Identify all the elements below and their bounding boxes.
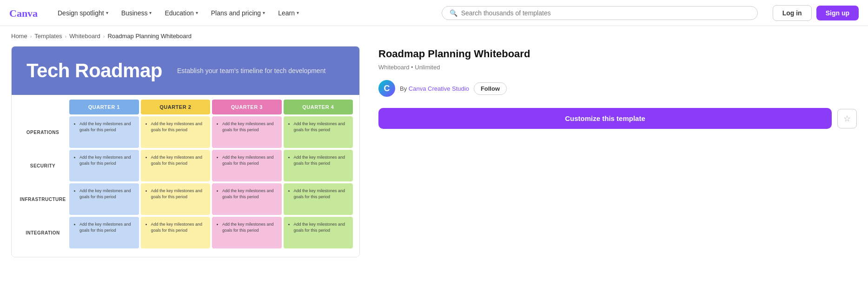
- follow-button[interactable]: Follow: [474, 82, 507, 95]
- cell-int-q1: Add the key milestones and goals for thi…: [69, 217, 139, 248]
- chevron-down-icon: ▾: [149, 10, 152, 15]
- sidebar-meta: Whiteboard • Unlimited: [378, 64, 857, 71]
- col-header-q1: QUARTER 1: [69, 100, 139, 114]
- search-bar: 🔍: [442, 6, 758, 20]
- star-icon: ☆: [843, 114, 851, 124]
- cell-ops-q2: Add the key milestones and goals for thi…: [141, 116, 211, 148]
- cell-inf-q4: Add the key milestones and goals for thi…: [284, 183, 353, 215]
- cell-int-q4: Add the key milestones and goals for thi…: [284, 217, 353, 248]
- cell-ops-q3: Add the key milestones and goals for thi…: [212, 116, 282, 148]
- breadcrumb-home[interactable]: Home: [11, 33, 27, 40]
- breadcrumb-sep-3: ›: [103, 33, 105, 39]
- cell-inf-q3: Add the key milestones and goals for thi…: [212, 183, 282, 215]
- search-input[interactable]: [461, 9, 750, 17]
- col-header-q3: QUARTER 3: [212, 100, 282, 114]
- canva-logo[interactable]: Canva: [9, 7, 41, 20]
- breadcrumb: Home › Templates › Whiteboard › Roadmap …: [0, 26, 868, 46]
- sidebar-author: C By Canva Creative Studio Follow: [378, 80, 857, 97]
- nav-education[interactable]: Education ▾: [159, 6, 203, 20]
- cell-inf-q1: Add the key milestones and goals for thi…: [69, 183, 139, 215]
- main-content: Tech Roadmap Establish your team's timel…: [0, 46, 868, 271]
- row-label-infrastructure: INFRASTRUCTURE: [17, 182, 68, 216]
- customize-row: Customize this template ☆: [378, 108, 857, 129]
- col-header-empty: [18, 100, 67, 114]
- customize-button[interactable]: Customize this template: [378, 108, 832, 129]
- chevron-down-icon: ▾: [196, 10, 198, 15]
- row-label-operations: OPERATIONS: [17, 115, 68, 149]
- sidebar-title: Roadmap Planning Whiteboard: [378, 48, 857, 60]
- nav-learn[interactable]: Learn ▾: [272, 6, 305, 20]
- cell-int-q3: Add the key milestones and goals for thi…: [212, 217, 282, 248]
- row-label-integration: INTEGRATION: [17, 216, 68, 249]
- cell-ops-q4: Add the key milestones and goals for thi…: [284, 116, 353, 148]
- cell-sec-q4: Add the key milestones and goals for thi…: [284, 150, 353, 181]
- col-header-q4: QUARTER 4: [284, 100, 353, 114]
- cell-sec-q3: Add the key milestones and goals for thi…: [212, 150, 282, 181]
- nav-links: Design spotlight ▾ Business ▾ Education …: [52, 6, 431, 20]
- nav-design-spotlight[interactable]: Design spotlight ▾: [52, 6, 114, 20]
- cell-sec-q1: Add the key milestones and goals for thi…: [69, 150, 139, 181]
- search-icon: 🔍: [450, 9, 457, 17]
- navbar: Canva Design spotlight ▾ Business ▾ Educ…: [0, 0, 868, 26]
- template-sidebar: Roadmap Planning Whiteboard Whiteboard •…: [378, 46, 857, 129]
- avatar: C: [378, 80, 395, 97]
- author-name: By Canva Creative Studio: [400, 85, 469, 92]
- star-button[interactable]: ☆: [837, 109, 857, 128]
- chevron-down-icon: ▾: [297, 10, 299, 15]
- svg-text:Canva: Canva: [9, 7, 38, 19]
- breadcrumb-templates[interactable]: Templates: [34, 33, 62, 40]
- template-preview: Tech Roadmap Establish your team's timel…: [11, 46, 360, 257]
- breadcrumb-whiteboard[interactable]: Whiteboard: [69, 33, 100, 40]
- cell-int-q2: Add the key milestones and goals for thi…: [141, 217, 211, 248]
- roadmap-table: QUARTER 1 QUARTER 2 QUARTER 3 QUARTER 4 …: [12, 95, 359, 257]
- col-header-q2: QUARTER 2: [141, 100, 211, 114]
- chevron-down-icon: ▾: [263, 10, 265, 15]
- cell-ops-q1: Add the key milestones and goals for thi…: [69, 116, 139, 148]
- preview-header: Tech Roadmap Establish your team's timel…: [12, 47, 359, 95]
- nav-plans-pricing[interactable]: Plans and pricing ▾: [205, 6, 271, 20]
- chevron-down-icon: ▾: [106, 10, 108, 15]
- preview-subtitle: Establish your team's timeline for tech …: [177, 67, 345, 74]
- login-button[interactable]: Log in: [773, 5, 812, 21]
- cell-sec-q2: Add the key milestones and goals for thi…: [141, 150, 211, 181]
- signup-button[interactable]: Sign up: [816, 6, 859, 20]
- preview-title: Tech Roadmap: [27, 60, 162, 82]
- nav-auth: Log in Sign up: [773, 5, 859, 21]
- breadcrumb-current: Roadmap Planning Whiteboard: [107, 33, 192, 40]
- nav-business[interactable]: Business ▾: [116, 6, 158, 20]
- breadcrumb-sep-2: ›: [65, 33, 67, 39]
- cell-inf-q2: Add the key milestones and goals for thi…: [141, 183, 211, 215]
- breadcrumb-sep-1: ›: [30, 33, 32, 39]
- row-label-security: SECURITY: [17, 149, 68, 182]
- author-link[interactable]: Canva Creative Studio: [409, 85, 469, 92]
